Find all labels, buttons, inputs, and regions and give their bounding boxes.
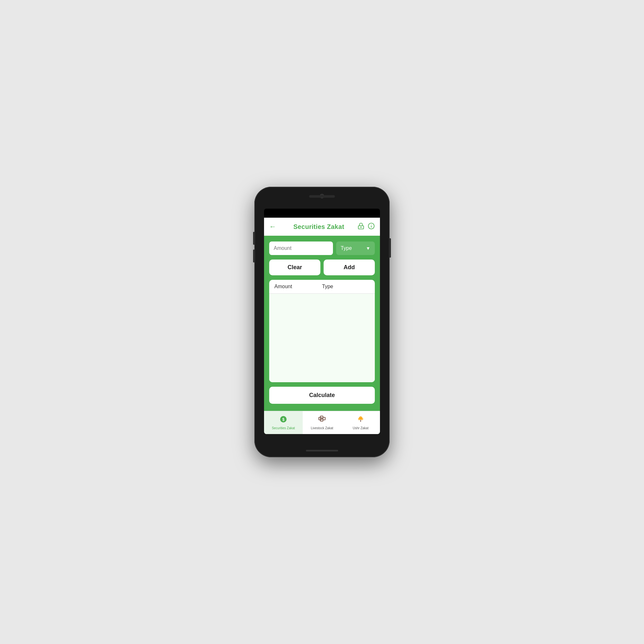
home-bar: [306, 450, 338, 451]
add-button[interactable]: Add: [324, 260, 375, 275]
ushr-icon: [357, 415, 365, 425]
page-title: Securities Zakat: [280, 223, 357, 231]
status-bar: [264, 209, 380, 218]
bottom-nav: $ Securities Zakat Livestock: [264, 411, 380, 434]
svg-rect-14: [360, 420, 361, 422]
nav-ushr[interactable]: Ushr Zakat: [341, 411, 380, 434]
header-icons: [357, 223, 375, 231]
phone-screen: ← Securities Zakat: [264, 209, 380, 434]
svg-point-13: [361, 418, 363, 420]
amount-input-wrapper: [269, 241, 333, 255]
col-type-header: Type: [322, 284, 370, 289]
action-row: Clear Add: [269, 260, 375, 275]
volume-up-button: [253, 232, 254, 245]
calculate-button[interactable]: Calculate: [269, 387, 375, 404]
nav-ushr-label: Ushr Zakat: [353, 426, 369, 430]
amount-input[interactable]: [274, 245, 328, 251]
info-icon[interactable]: [368, 223, 375, 231]
svg-point-1: [361, 227, 361, 227]
input-row: Type ▼: [269, 241, 375, 255]
clear-button[interactable]: Clear: [269, 260, 320, 275]
volume-down-button: [253, 250, 254, 262]
chevron-down-icon: ▼: [366, 246, 370, 251]
form-area: Type ▼ Clear Add Amount Type: [264, 236, 380, 411]
speaker: [309, 195, 335, 198]
nav-securities[interactable]: $ Securities Zakat: [264, 411, 303, 434]
type-label: Type: [341, 245, 352, 251]
app-content: ← Securities Zakat: [264, 218, 380, 434]
nav-livestock-label: Livestock Zakat: [311, 426, 333, 430]
col-amount-header: Amount: [274, 284, 322, 289]
livestock-icon: [318, 415, 326, 425]
data-table: Amount Type: [269, 280, 375, 382]
power-button: [390, 238, 391, 258]
phone-shell: ← Securities Zakat: [254, 187, 390, 457]
securities-icon: $: [279, 415, 287, 425]
back-button[interactable]: ←: [269, 223, 276, 231]
type-dropdown[interactable]: Type ▼: [336, 241, 375, 255]
nav-securities-label: Securities Zakat: [272, 426, 295, 430]
table-body: [269, 294, 375, 382]
lock-icon[interactable]: [357, 223, 365, 231]
svg-text:$: $: [282, 417, 285, 422]
nav-livestock[interactable]: Livestock Zakat: [303, 411, 341, 434]
table-header: Amount Type: [269, 280, 375, 294]
svg-point-12: [358, 418, 361, 420]
top-bar: ← Securities Zakat: [264, 218, 380, 236]
